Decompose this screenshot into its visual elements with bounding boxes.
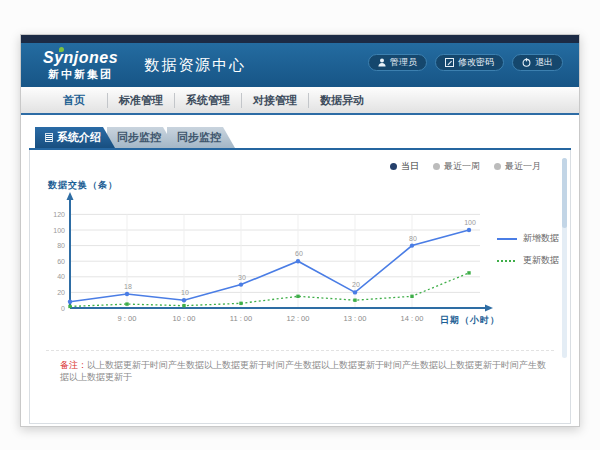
panel-scrollbar[interactable] — [562, 158, 567, 358]
tab-label: 系统介绍 — [57, 130, 101, 145]
footnote-text: 以上数据更新于时间产生数据以上数据更新于时间产生数据以上数据更新于时间产生数据以… — [60, 360, 546, 382]
footnote: 备注：以上数据更新于时间产生数据以上数据更新于时间产生数据以上数据更新于时间产生… — [46, 350, 554, 383]
radio-label: 当日 — [401, 160, 419, 173]
scrollbar-thumb[interactable] — [562, 158, 567, 228]
chart-panel: 当日最近一周最近一月 数据交换（条） 0204060801001209 : 00… — [29, 150, 571, 424]
radio-icon — [494, 163, 501, 170]
legend-label: 更新数据 — [523, 254, 559, 267]
legend-item-0: 新增数据 — [497, 232, 559, 245]
svg-text:20: 20 — [352, 281, 360, 288]
radio-label: 最近一周 — [444, 160, 480, 173]
time-range-option-1[interactable]: 最近一周 — [433, 160, 480, 173]
svg-text:40: 40 — [57, 273, 65, 280]
svg-text:100: 100 — [53, 227, 65, 234]
svg-text:18: 18 — [124, 283, 132, 290]
svg-text:13 : 00: 13 : 00 — [344, 314, 367, 323]
logo-leaf-icon — [59, 47, 64, 52]
svg-text:0: 0 — [61, 305, 65, 312]
svg-text:12 : 00: 12 : 00 — [287, 314, 310, 323]
svg-text:60: 60 — [295, 250, 303, 257]
nav-item-4[interactable]: 数据异动 — [308, 93, 375, 108]
user-icon — [378, 58, 386, 67]
app-header: Synjones 新中新集团 数据资源中心 管理员 修改密码 退出 — [21, 43, 579, 87]
radio-icon — [433, 163, 440, 170]
nav-bar: 首页标准管理系统管理对接管理数据异动 — [21, 87, 579, 115]
user-button[interactable]: 管理员 — [368, 54, 427, 71]
svg-text:120: 120 — [53, 211, 65, 218]
legend-label: 新增数据 — [523, 232, 559, 245]
tab-1[interactable]: 同步监控 — [107, 127, 175, 148]
document-icon — [45, 133, 53, 142]
svg-text:100: 100 — [464, 219, 476, 226]
svg-text:10 : 00: 10 : 00 — [173, 314, 196, 323]
footnote-prefix: 备注： — [60, 360, 87, 370]
chart-legend: 新增数据更新数据 — [497, 232, 559, 267]
logo: Synjones 新中新集团 — [43, 50, 118, 80]
nav-item-2[interactable]: 系统管理 — [174, 93, 241, 108]
time-range-option-0[interactable]: 当日 — [390, 160, 419, 173]
logo-text-cn: 新中新集团 — [43, 69, 118, 80]
svg-text:80: 80 — [57, 242, 65, 249]
tab-label: 同步监控 — [117, 130, 161, 145]
svg-text:60: 60 — [57, 258, 65, 265]
nav-item-3[interactable]: 对接管理 — [241, 93, 308, 108]
tab-0[interactable]: 系统介绍 — [35, 127, 115, 148]
legend-swatch — [497, 260, 517, 262]
tab-2[interactable]: 同步监控 — [167, 127, 235, 148]
user-button-label: 管理员 — [390, 58, 417, 67]
radio-icon — [390, 163, 397, 170]
header-actions: 管理员 修改密码 退出 — [368, 54, 563, 71]
line-chart: 0204060801001209 : 0010 : 0011 : 0012 : … — [32, 188, 502, 328]
edit-icon — [445, 58, 454, 67]
tab-label: 同步监控 — [177, 130, 221, 145]
tab-bar: 系统介绍同步监控同步监控 — [29, 127, 571, 150]
nav-item-0[interactable]: 首页 — [41, 93, 107, 108]
legend-swatch — [497, 238, 517, 240]
svg-text:14 : 00: 14 : 00 — [401, 314, 424, 323]
logo-wordmark: Synjones — [43, 49, 118, 66]
change-password-button[interactable]: 修改密码 — [435, 54, 504, 71]
logout-button-label: 退出 — [535, 58, 553, 67]
svg-text:10: 10 — [181, 289, 189, 296]
logout-button[interactable]: 退出 — [512, 54, 563, 71]
app-window: Synjones 新中新集团 数据资源中心 管理员 修改密码 退出 首页标准管理… — [20, 34, 580, 427]
svg-text:11 : 00: 11 : 00 — [230, 314, 252, 323]
nav-item-1[interactable]: 标准管理 — [107, 93, 174, 108]
svg-text:20: 20 — [57, 289, 65, 296]
svg-text:30: 30 — [238, 274, 246, 281]
svg-text:80: 80 — [409, 235, 417, 242]
time-range-option-2[interactable]: 最近一月 — [494, 160, 541, 173]
power-icon — [522, 58, 531, 67]
radio-label: 最近一月 — [505, 160, 541, 173]
svg-text:9 : 00: 9 : 00 — [118, 314, 137, 323]
main-content: 系统介绍同步监控同步监控 当日最近一周最近一月 数据交换（条） 02040608… — [21, 115, 579, 424]
legend-item-1: 更新数据 — [497, 254, 559, 267]
time-range-options: 当日最近一周最近一月 — [390, 160, 541, 173]
x-axis-title: 日期（小时） — [440, 314, 500, 327]
change-password-label: 修改密码 — [458, 58, 494, 67]
page-title: 数据资源中心 — [144, 56, 246, 75]
logo-text-en: Synjones — [43, 50, 118, 66]
top-strip — [21, 35, 579, 43]
